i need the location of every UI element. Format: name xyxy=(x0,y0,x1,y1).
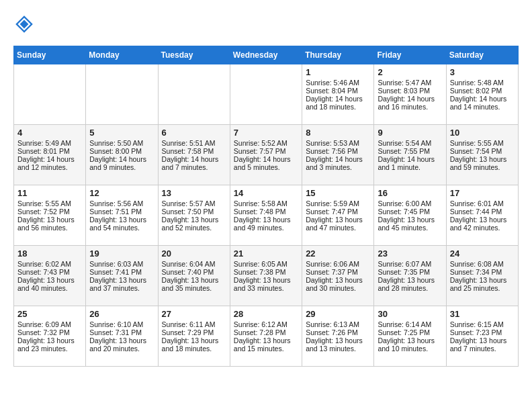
day-info-line: Daylight: 14 hours and 3 minutes. xyxy=(306,155,370,171)
day-info-line: Sunrise: 6:04 AM xyxy=(162,260,226,268)
calendar-cell: 13Sunrise: 5:57 AMSunset: 7:50 PMDayligh… xyxy=(158,185,230,246)
day-info-line: Sunset: 7:51 PM xyxy=(89,208,154,216)
calendar-cell: 3Sunrise: 5:48 AMSunset: 8:02 PMDaylight… xyxy=(446,64,518,125)
day-info-line: Daylight: 13 hours and 35 minutes. xyxy=(162,276,226,292)
day-info-line: Sunset: 7:41 PM xyxy=(89,268,154,276)
day-info-line: Sunset: 7:43 PM xyxy=(17,268,82,276)
calendar-cell: 7Sunrise: 5:52 AMSunset: 7:57 PMDaylight… xyxy=(230,125,302,185)
day-header-friday: Friday xyxy=(374,46,446,64)
calendar-week-1: 1Sunrise: 5:46 AMSunset: 8:04 PMDaylight… xyxy=(14,64,519,125)
day-info-line: Sunset: 7:50 PM xyxy=(162,208,226,216)
day-info-line: Daylight: 13 hours and 33 minutes. xyxy=(234,276,298,292)
calendar-cell: 23Sunrise: 6:07 AMSunset: 7:35 PMDayligh… xyxy=(374,246,446,306)
day-info-line: Daylight: 13 hours and 10 minutes. xyxy=(378,336,442,353)
logo xyxy=(13,13,38,35)
day-info-line: Daylight: 14 hours and 12 minutes. xyxy=(17,155,82,171)
day-number: 3 xyxy=(450,67,515,77)
day-info-line: Sunset: 7:54 PM xyxy=(450,147,515,155)
calendar-cell: 14Sunrise: 5:58 AMSunset: 7:48 PMDayligh… xyxy=(230,185,302,246)
calendar-cell: 1Sunrise: 5:46 AMSunset: 8:04 PMDaylight… xyxy=(302,64,374,125)
day-number: 27 xyxy=(162,309,226,319)
calendar-week-5: 25Sunrise: 6:09 AMSunset: 7:32 PMDayligh… xyxy=(14,306,519,367)
day-info-line: Sunrise: 6:00 AM xyxy=(378,199,442,208)
day-number: 10 xyxy=(450,128,515,138)
calendar-cell: 18Sunrise: 6:02 AMSunset: 7:43 PMDayligh… xyxy=(14,246,86,306)
day-number: 26 xyxy=(89,309,154,319)
day-info-line: Sunset: 7:56 PM xyxy=(306,147,370,155)
day-number: 18 xyxy=(17,248,82,259)
day-info-line: Sunrise: 5:53 AM xyxy=(306,139,370,147)
day-info-line: Sunset: 7:32 PM xyxy=(17,328,82,336)
calendar-week-4: 18Sunrise: 6:02 AMSunset: 7:43 PMDayligh… xyxy=(14,246,519,306)
day-info-line: Sunset: 7:52 PM xyxy=(17,208,82,216)
day-info-line: Daylight: 13 hours and 45 minutes. xyxy=(378,216,442,232)
day-header-saturday: Saturday xyxy=(446,46,518,64)
day-info-line: Daylight: 13 hours and 13 minutes. xyxy=(306,336,370,353)
day-info-line: Sunrise: 6:01 AM xyxy=(450,199,515,208)
day-info-line: Sunrise: 6:15 AM xyxy=(450,320,515,328)
calendar-cell: 28Sunrise: 6:12 AMSunset: 7:28 PMDayligh… xyxy=(230,306,302,367)
day-info-line: Sunset: 7:44 PM xyxy=(450,208,515,216)
day-info-line: Sunset: 7:34 PM xyxy=(450,268,515,276)
day-header-wednesday: Wednesday xyxy=(230,46,302,64)
day-info-line: Sunrise: 5:48 AM xyxy=(450,79,515,87)
day-number: 7 xyxy=(234,128,298,138)
day-info-line: Daylight: 13 hours and 37 minutes. xyxy=(89,276,154,292)
day-info-line: Sunset: 7:58 PM xyxy=(162,147,226,155)
day-info-line: Daylight: 14 hours and 14 minutes. xyxy=(450,95,515,111)
day-number: 2 xyxy=(378,67,442,77)
day-number: 16 xyxy=(378,188,442,198)
calendar-cell: 30Sunrise: 6:14 AMSunset: 7:25 PMDayligh… xyxy=(374,306,446,367)
day-info-line: Sunrise: 6:02 AM xyxy=(17,260,82,268)
calendar-cell: 22Sunrise: 6:06 AMSunset: 7:37 PMDayligh… xyxy=(302,246,374,306)
day-info-line: Sunset: 7:57 PM xyxy=(234,147,298,155)
day-info-line: Sunset: 7:31 PM xyxy=(89,328,154,336)
day-info-line: Sunrise: 5:59 AM xyxy=(306,199,370,208)
day-info-line: Sunrise: 6:09 AM xyxy=(17,320,82,328)
day-info-line: Daylight: 13 hours and 52 minutes. xyxy=(162,216,226,232)
logo-icon xyxy=(13,13,35,35)
day-info-line: Sunrise: 5:58 AM xyxy=(234,199,298,208)
day-info-line: Daylight: 13 hours and 40 minutes. xyxy=(17,276,82,292)
calendar-cell: 16Sunrise: 6:00 AMSunset: 7:45 PMDayligh… xyxy=(374,185,446,246)
day-number: 22 xyxy=(306,248,370,259)
day-info-line: Daylight: 14 hours and 1 minute. xyxy=(378,155,442,171)
calendar-cell: 12Sunrise: 5:56 AMSunset: 7:51 PMDayligh… xyxy=(86,185,158,246)
day-info-line: Sunrise: 6:11 AM xyxy=(162,320,226,328)
calendar-cell: 19Sunrise: 6:03 AMSunset: 7:41 PMDayligh… xyxy=(86,246,158,306)
day-info-line: Sunset: 7:48 PM xyxy=(234,208,298,216)
day-info-line: Sunrise: 5:49 AM xyxy=(17,139,82,147)
calendar-cell: 21Sunrise: 6:05 AMSunset: 7:38 PMDayligh… xyxy=(230,246,302,306)
day-info-line: Daylight: 13 hours and 28 minutes. xyxy=(378,276,442,292)
calendar-cell: 2Sunrise: 5:47 AMSunset: 8:03 PMDaylight… xyxy=(374,64,446,125)
day-info-line: Sunset: 8:00 PM xyxy=(89,147,154,155)
day-info-line: Sunrise: 5:50 AM xyxy=(89,139,154,147)
calendar-cell: 27Sunrise: 6:11 AMSunset: 7:29 PMDayligh… xyxy=(158,306,230,367)
calendar-cell: 25Sunrise: 6:09 AMSunset: 7:32 PMDayligh… xyxy=(14,306,86,367)
day-number: 20 xyxy=(162,248,226,259)
day-header-sunday: Sunday xyxy=(14,46,86,64)
day-number: 28 xyxy=(234,309,298,319)
day-info-line: Sunset: 7:45 PM xyxy=(378,208,442,216)
day-number: 12 xyxy=(89,188,154,198)
calendar-cell: 6Sunrise: 5:51 AMSunset: 7:58 PMDaylight… xyxy=(158,125,230,185)
day-info-line: Daylight: 14 hours and 9 minutes. xyxy=(89,155,154,171)
day-number: 19 xyxy=(89,248,154,259)
day-number: 29 xyxy=(306,309,370,319)
day-info-line: Sunrise: 6:14 AM xyxy=(378,320,442,328)
calendar-cell xyxy=(14,64,86,125)
day-info-line: Daylight: 13 hours and 23 minutes. xyxy=(17,336,82,353)
calendar-table: SundayMondayTuesdayWednesdayThursdayFrid… xyxy=(13,46,519,367)
day-info-line: Daylight: 13 hours and 15 minutes. xyxy=(234,336,298,353)
calendar-cell: 17Sunrise: 6:01 AMSunset: 7:44 PMDayligh… xyxy=(446,185,518,246)
day-number: 24 xyxy=(450,248,515,259)
day-number: 13 xyxy=(162,188,226,198)
calendar-cell: 5Sunrise: 5:50 AMSunset: 8:00 PMDaylight… xyxy=(86,125,158,185)
day-number: 25 xyxy=(17,309,82,319)
calendar-cell: 11Sunrise: 5:55 AMSunset: 7:52 PMDayligh… xyxy=(14,185,86,246)
day-info-line: Sunset: 8:02 PM xyxy=(450,87,515,95)
day-info-line: Daylight: 13 hours and 25 minutes. xyxy=(450,276,515,292)
day-info-line: Daylight: 13 hours and 30 minutes. xyxy=(306,276,370,292)
page-header xyxy=(13,13,519,35)
day-info-line: Sunset: 8:03 PM xyxy=(378,87,442,95)
